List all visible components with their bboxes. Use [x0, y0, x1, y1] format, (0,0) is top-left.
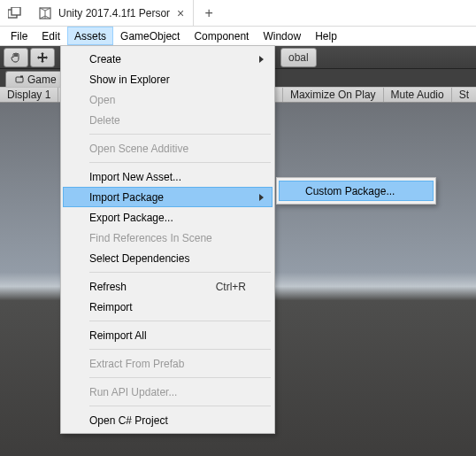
- assets-menu-item-delete: Delete: [63, 110, 273, 130]
- assets-menu-item-export-package[interactable]: Export Package...: [63, 207, 273, 228]
- menu-item-label: Import Package: [89, 191, 164, 204]
- menu-edit[interactable]: Edit: [35, 27, 67, 45]
- game-icon: [15, 75, 24, 84]
- menu-component[interactable]: Component: [187, 27, 256, 45]
- new-tab-button[interactable]: +: [194, 0, 224, 26]
- assets-menu-item-run-api-updater: Run API Updater...: [63, 382, 273, 402]
- assets-menu-item-select-dependencies[interactable]: Select Dependencies: [63, 248, 273, 268]
- menu-item-label: Extract From Prefab: [89, 358, 184, 370]
- assets-menu-item-separator: [89, 272, 271, 273]
- assets-menu-item-reimport[interactable]: Reimport: [63, 297, 273, 317]
- menu-item-label: Custom Package...: [305, 185, 395, 197]
- menu-item-label: Reimport: [89, 301, 133, 313]
- window-titlebar: Unity 2017.4.1f1 Persor × +: [0, 0, 476, 27]
- gizmo-toggle-button[interactable]: obal: [280, 48, 317, 67]
- tab-game-label: Game: [27, 73, 57, 86]
- assets-menu-item-extract-from-prefab: Extract From Prefab: [63, 353, 273, 374]
- assets-menu-item-reimport-all[interactable]: Reimport All: [63, 325, 273, 345]
- assets-menu-item-separator: [89, 349, 271, 350]
- menu-item-label: Delete: [89, 114, 120, 127]
- menu-item-shortcut: Ctrl+R: [216, 281, 246, 293]
- close-icon[interactable]: ×: [177, 7, 184, 19]
- menu-assets[interactable]: Assets: [67, 27, 113, 45]
- menu-file[interactable]: File: [4, 27, 35, 45]
- chevron-right-icon: [259, 194, 264, 201]
- menu-item-label: Run API Updater...: [89, 386, 177, 398]
- maximize-on-play-toggle[interactable]: Maximize On Play: [283, 88, 384, 102]
- tab-game[interactable]: Game: [5, 71, 66, 87]
- assets-menu-item-find-references-in-scene: Find References In Scene: [63, 228, 273, 248]
- menu-item-label: Find References In Scene: [89, 232, 212, 244]
- menu-item-label: Import New Asset...: [89, 171, 181, 183]
- menu-gameobject[interactable]: GameObject: [113, 27, 187, 45]
- menubar: FileEditAssetsGameObjectComponentWindowH…: [0, 27, 476, 46]
- assets-menu-item-show-in-explorer[interactable]: Show in Explorer: [63, 69, 273, 89]
- window-app-icon: [0, 0, 30, 26]
- display-dropdown[interactable]: Display 1: [0, 88, 58, 102]
- assets-menu-item-import-package[interactable]: Import Package: [63, 187, 273, 207]
- assets-menu-item-import-new-asset[interactable]: Import New Asset...: [63, 166, 273, 187]
- menu-item-label: Export Package...: [89, 212, 173, 224]
- move-arrows-icon: [36, 51, 49, 64]
- import-package-item-custom-package[interactable]: Custom Package...: [279, 181, 434, 201]
- menu-item-label: Open: [89, 94, 115, 106]
- assets-menu-item-separator: [89, 162, 271, 163]
- stats-toggle[interactable]: St: [452, 88, 476, 102]
- svg-rect-3: [16, 77, 23, 82]
- move-tool-button[interactable]: [30, 48, 55, 67]
- assets-menu-item-separator: [89, 406, 271, 406]
- hand-icon: [10, 51, 22, 64]
- assets-menu-item-create[interactable]: Create: [63, 49, 273, 69]
- menu-item-label: Show in Explorer: [89, 73, 170, 86]
- assets-menu-item-separator: [89, 134, 271, 135]
- assets-menu: CreateShow in ExplorerOpenDeleteOpen Sce…: [60, 45, 275, 434]
- assets-menu-item-open-scene-additive: Open Scene Additive: [63, 138, 273, 158]
- menu-item-label: Create: [89, 53, 121, 66]
- menu-help[interactable]: Help: [308, 27, 344, 45]
- chevron-right-icon: [259, 56, 264, 63]
- menu-item-label: Open Scene Additive: [89, 143, 188, 155]
- svg-rect-1: [12, 7, 20, 15]
- menu-item-label: Select Dependencies: [89, 252, 189, 265]
- import-package-submenu: Custom Package...: [276, 177, 436, 205]
- unity-cube-icon: [39, 7, 51, 19]
- window-tab[interactable]: Unity 2017.4.1f1 Persor ×: [30, 0, 194, 26]
- menu-item-label: Open C# Project: [89, 414, 168, 427]
- assets-menu-item-separator: [89, 377, 271, 378]
- menu-window[interactable]: Window: [256, 27, 308, 45]
- menu-item-label: Refresh: [89, 281, 127, 293]
- mute-audio-toggle[interactable]: Mute Audio: [384, 88, 452, 102]
- assets-menu-item-refresh[interactable]: RefreshCtrl+R: [63, 276, 273, 297]
- assets-menu-item-open: Open: [63, 89, 273, 110]
- assets-menu-item-open-c-project[interactable]: Open C# Project: [63, 410, 273, 430]
- assets-menu-item-separator: [89, 321, 271, 321]
- menu-item-label: Reimport All: [89, 329, 147, 342]
- svg-rect-4: [20, 75, 23, 77]
- hand-tool-button[interactable]: [4, 48, 28, 67]
- gizmo-toggle-label: obal: [288, 51, 309, 64]
- window-tab-title: Unity 2017.4.1f1 Persor: [58, 7, 170, 19]
